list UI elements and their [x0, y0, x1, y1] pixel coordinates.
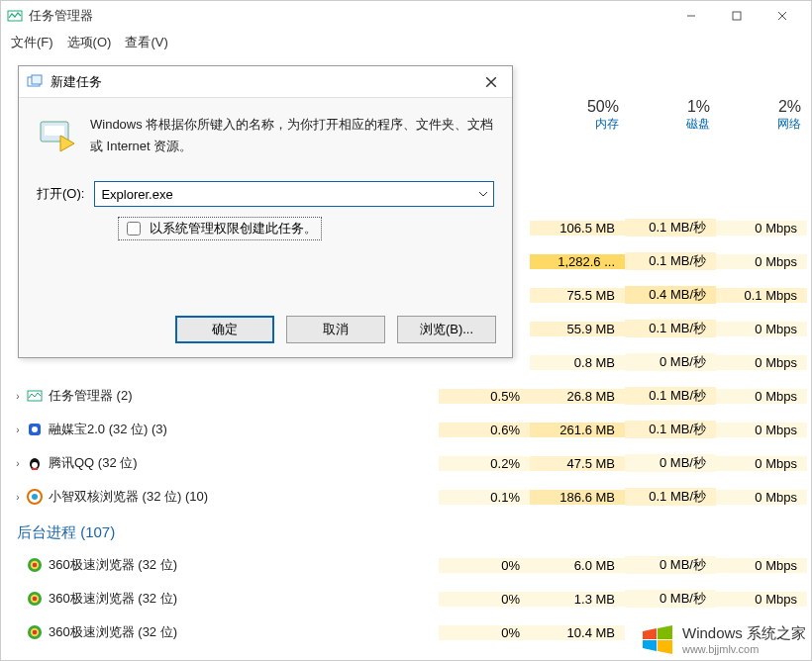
cell-network: 0 Mbps [716, 456, 807, 471]
cell-disk: 0 MB/秒 [625, 454, 716, 472]
svg-point-7 [32, 426, 38, 432]
col-memory-label: 内存 [534, 116, 619, 133]
cell-disk: 0.1 MB/秒 [625, 219, 716, 236]
process-icon [25, 489, 45, 505]
process-icon [25, 388, 45, 404]
menu-options[interactable]: 选项(O) [67, 34, 112, 51]
browse-button[interactable]: 浏览(B)... [397, 316, 496, 343]
titlebar[interactable]: 任务管理器 [1, 1, 811, 31]
run-dialog: 新建任务 Windows 将根据你所键入的名称，为你打开相应的程序、文件夹、文档… [18, 65, 513, 358]
cell-memory: 186.6 MB [530, 490, 625, 505]
table-row[interactable]: › 小智双核浏览器 (32 位) (10) 0.1% 186.6 MB 0.1 … [11, 480, 807, 514]
col-disk-label: 磁盘 [629, 116, 710, 133]
cell-disk: 0.1 MB/秒 [625, 488, 716, 506]
watermark: Windows 系统之家 www.bjjmlv.com [641, 624, 806, 655]
admin-checkbox[interactable] [127, 222, 141, 236]
table-row[interactable]: 360极速浏览器 (32 位) 0% 6.0 MB 0 MB/秒 0 Mbps [11, 548, 807, 582]
windows-logo-icon [641, 625, 674, 655]
minimize-button[interactable] [668, 1, 714, 31]
cell-cpu: 0% [439, 592, 530, 607]
expand-icon[interactable]: › [11, 425, 25, 435]
cell-memory: 261.6 MB [530, 423, 625, 437]
cell-memory: 75.5 MB [530, 288, 625, 303]
column-headers: 50% 内存 1% 磁盘 2% 网络 [534, 92, 811, 147]
cell-disk: 0.4 MB/秒 [625, 286, 716, 304]
cell-memory: 10.4 MB [530, 625, 625, 640]
expand-icon[interactable]: › [11, 391, 25, 402]
cell-cpu: 0.5% [439, 389, 530, 404]
chevron-down-icon[interactable] [473, 182, 493, 206]
cell-memory: 26.8 MB [530, 389, 625, 404]
cell-memory: 0.8 MB [530, 355, 625, 370]
cell-network: 0 Mbps [716, 423, 807, 437]
cell-network: 0 Mbps [716, 558, 807, 573]
background-processes-header: 后台进程 (107) [11, 514, 807, 548]
admin-checkbox-label: 以系统管理权限创建此任务。 [150, 220, 317, 237]
process-name: 360极速浏览器 (32 位) [45, 623, 439, 641]
cell-disk: 0.1 MB/秒 [625, 320, 716, 337]
svg-marker-28 [643, 628, 657, 639]
col-network-label: 网络 [720, 116, 801, 133]
menubar: 文件(F) 选项(O) 查看(V) [1, 31, 811, 54]
process-icon [25, 557, 45, 573]
svg-point-12 [32, 494, 38, 500]
dialog-titlebar[interactable]: 新建任务 [19, 66, 512, 98]
process-icon [25, 422, 45, 437]
process-icon [25, 455, 45, 471]
svg-point-18 [33, 597, 38, 602]
menu-file[interactable]: 文件(F) [11, 34, 53, 51]
col-network[interactable]: 2% 网络 [720, 92, 811, 147]
table-row[interactable]: 360极速浏览器 (32 位) 0% 1.3 MB 0 MB/秒 0 Mbps [11, 582, 807, 615]
svg-rect-23 [32, 75, 42, 84]
svg-point-9 [32, 462, 38, 468]
svg-rect-27 [45, 126, 64, 136]
open-label: 打开(O): [37, 185, 84, 203]
cell-network: 0.1 Mbps [716, 288, 807, 303]
close-button[interactable] [760, 1, 805, 31]
window-title: 任务管理器 [29, 7, 668, 25]
cell-disk: 0 MB/秒 [625, 590, 716, 608]
cell-network: 0 Mbps [716, 389, 807, 404]
open-combobox[interactable] [94, 181, 494, 207]
menu-view[interactable]: 查看(V) [125, 34, 167, 51]
process-name: 融媒宝2.0 (32 位) (3) [45, 421, 439, 438]
table-row[interactable]: › 腾讯QQ (32 位) 0.2% 47.5 MB 0 MB/秒 0 Mbps [11, 446, 807, 480]
cell-memory: 47.5 MB [530, 456, 625, 471]
col-memory[interactable]: 50% 内存 [534, 92, 629, 147]
expand-icon[interactable]: › [11, 458, 25, 469]
svg-marker-29 [658, 625, 672, 639]
table-row[interactable]: › 融媒宝2.0 (32 位) (3) 0.6% 261.6 MB 0.1 MB… [11, 413, 807, 446]
cell-memory: 1.3 MB [530, 592, 625, 607]
cell-cpu: 0.1% [439, 490, 530, 505]
col-disk[interactable]: 1% 磁盘 [629, 92, 720, 147]
process-icon [25, 624, 45, 640]
col-memory-pct: 50% [534, 98, 619, 116]
run-program-icon [37, 114, 76, 153]
svg-rect-2 [733, 12, 741, 20]
cell-disk: 0.1 MB/秒 [625, 421, 716, 438]
dialog-message: Windows 将根据你所键入的名称，为你打开相应的程序、文件夹、文档或 Int… [90, 114, 494, 157]
cell-network: 0 Mbps [716, 322, 807, 336]
cell-network: 0 Mbps [716, 221, 807, 236]
ok-button[interactable]: 确定 [175, 316, 274, 343]
cell-memory: 6.0 MB [530, 558, 625, 573]
cell-network: 0 Mbps [716, 490, 807, 505]
open-input[interactable] [95, 182, 473, 206]
process-name: 腾讯QQ (32 位) [45, 454, 439, 472]
table-row[interactable]: › 任务管理器 (2) 0.5% 26.8 MB 0.1 MB/秒 0 Mbps [11, 379, 807, 413]
col-disk-pct: 1% [629, 98, 710, 116]
admin-checkbox-row[interactable]: 以系统管理权限创建此任务。 [118, 217, 322, 240]
maximize-button[interactable] [714, 1, 760, 31]
cell-disk: 0.1 MB/秒 [625, 387, 716, 405]
expand-icon[interactable]: › [11, 492, 25, 503]
run-dialog-icon [27, 74, 43, 90]
process-name: 360极速浏览器 (32 位) [45, 556, 439, 574]
svg-marker-31 [658, 640, 672, 654]
cancel-button[interactable]: 取消 [286, 316, 385, 343]
watermark-line2: www.bjjmlv.com [682, 643, 806, 655]
cell-network: 0 Mbps [716, 254, 807, 269]
dialog-close-button[interactable] [478, 69, 504, 95]
cell-disk: 0 MB/秒 [625, 353, 716, 371]
process-icon [25, 591, 45, 607]
process-name: 小智双核浏览器 (32 位) (10) [45, 488, 439, 506]
